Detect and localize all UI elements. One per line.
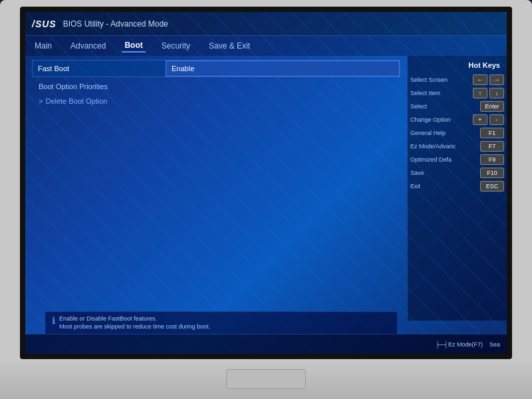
nav-advanced[interactable]: Advanced xyxy=(68,40,108,52)
hotkey-change-option: Change Option + - xyxy=(410,114,504,125)
hotkey-f10: Save F10 xyxy=(410,168,504,178)
hotkey-select-item-keys: ↑ ↓ xyxy=(473,88,504,98)
nav-save-exit[interactable]: Save & Exit xyxy=(206,40,253,52)
bios-nav: Main Advanced Boot Security Save & Exit xyxy=(25,36,507,56)
hotkey-esc-desc: Exit xyxy=(410,183,478,190)
info-text: Enable or Disable FastBoot features. Mos… xyxy=(59,315,210,331)
hotkey-plus: + xyxy=(473,114,487,125)
hotkey-f10-key: F10 xyxy=(480,168,504,178)
info-line2: Most probes are skipped to reduce time c… xyxy=(59,323,210,331)
fast-boot-label: Fast Boot xyxy=(33,65,166,72)
bios-info-bar: ℹ Enable or Disable FastBoot features. M… xyxy=(45,311,397,334)
hotkey-select: Select Enter xyxy=(410,101,504,112)
hotkey-f9-desc: Optimized Defa xyxy=(410,156,478,163)
bios-title: BIOS Utility - Advanced Mode xyxy=(63,19,168,29)
hotkey-f7: Ez Mode/Advanc F7 xyxy=(410,141,504,152)
asus-logo: /SUS xyxy=(32,19,57,29)
status-search[interactable]: Sea xyxy=(489,341,500,348)
hotkey-f7-desc: Ez Mode/Advanc xyxy=(410,143,478,150)
bios-statusbar: ├─┤Ez Mode(F7) Sea xyxy=(25,334,507,354)
bios-screen: /SUS BIOS Utility - Advanced Mode Main A… xyxy=(25,12,507,354)
hotkey-change-option-desc: Change Option xyxy=(410,116,471,123)
hotkey-select-item-desc: Select Item xyxy=(410,90,471,96)
hotkey-minus: - xyxy=(489,114,504,125)
delete-boot-option[interactable]: Delete Boot Option xyxy=(32,94,400,108)
hotkey-enter: Enter xyxy=(480,101,504,112)
hotkey-f9: Optimized Defa F9 xyxy=(410,154,504,165)
hotkey-right-arrow: → xyxy=(489,74,504,85)
hotkey-f1-key: F1 xyxy=(480,128,504,138)
hotkey-f7-key: F7 xyxy=(480,141,504,152)
laptop-shell: /SUS BIOS Utility - Advanced Mode Main A… xyxy=(0,0,532,399)
hotkey-esc: Exit ESC xyxy=(410,181,504,192)
hotkey-select-desc: Select xyxy=(410,103,478,110)
hotkey-f1-desc: General Help xyxy=(410,130,478,136)
boot-option-priorities: Boot Option Priorities xyxy=(32,78,400,94)
hotkey-select-screen-keys: ← → xyxy=(473,74,504,85)
hotkeys-panel: Hot Keys Select Screen ← → Select Item xyxy=(407,56,507,321)
hotkey-select-item: Select Item ↑ ↓ xyxy=(410,88,504,98)
laptop-bottom xyxy=(0,359,532,399)
hotkey-change-keys: + - xyxy=(473,114,504,125)
hotkey-f10-desc: Save xyxy=(410,170,478,176)
hotkey-down-arrow: ↓ xyxy=(489,88,504,98)
hotkey-f1: General Help F1 xyxy=(410,128,504,138)
nav-main[interactable]: Main xyxy=(32,40,55,52)
nav-security[interactable]: Security xyxy=(159,40,193,52)
hotkeys-title: Hot Keys xyxy=(410,59,504,74)
touchpad[interactable] xyxy=(226,369,306,389)
info-line1: Enable or Disable FastBoot features. xyxy=(59,315,210,323)
status-ez-mode[interactable]: ├─┤Ez Mode(F7) xyxy=(436,341,483,348)
hotkey-f9-key: F9 xyxy=(480,154,504,165)
bios-content: Fast Boot Enable Boot Option Priorities … xyxy=(25,56,507,321)
bios-header: /SUS BIOS Utility - Advanced Mode xyxy=(25,12,507,36)
fast-boot-row[interactable]: Fast Boot Enable xyxy=(32,60,400,77)
hotkey-select-screen: Select Screen ← → xyxy=(410,74,504,85)
bios-main-panel: Fast Boot Enable Boot Option Priorities … xyxy=(25,56,407,321)
hotkey-esc-key: ESC xyxy=(480,181,504,192)
hotkey-select-screen-desc: Select Screen xyxy=(410,76,471,83)
hotkey-up-arrow: ↑ xyxy=(473,88,487,98)
info-icon: ℹ xyxy=(52,315,55,326)
nav-boot[interactable]: Boot xyxy=(122,39,145,53)
fast-boot-value[interactable]: Enable xyxy=(166,61,400,76)
screen-bezel: /SUS BIOS Utility - Advanced Mode Main A… xyxy=(20,7,512,359)
hotkey-left-arrow: ← xyxy=(473,74,487,85)
